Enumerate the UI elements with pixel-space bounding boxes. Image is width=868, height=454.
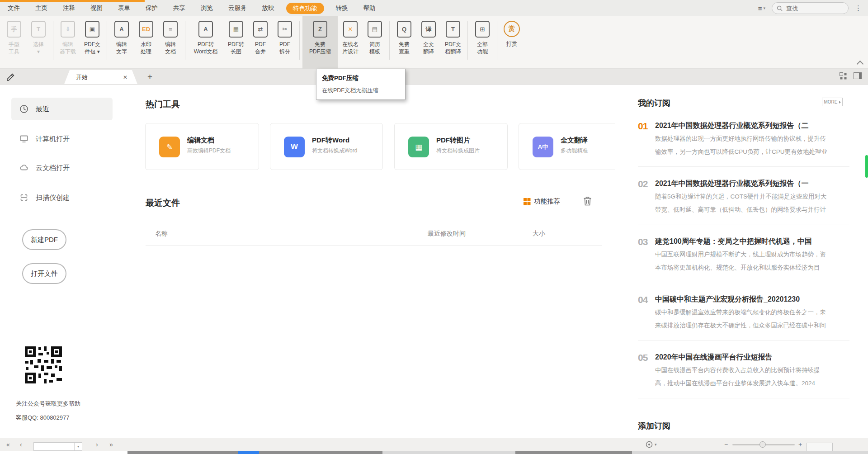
side-panel-toggle-icon[interactable] <box>854 72 862 79</box>
collapse-ribbon-icon[interactable] <box>857 61 864 68</box>
article-05[interactable]: 05 2020年中国在线漫画平台行业短报告 中国在线漫画平台内容付费收入占总收入… <box>638 352 851 402</box>
sidebar-item-recent[interactable]: 最近 <box>11 98 113 120</box>
ribbon-label: 片设计 <box>342 48 359 55</box>
annotate-mode-button[interactable] <box>5 71 15 81</box>
ribbon-button-edit-doc[interactable]: ≡ 编辑 文档 <box>159 16 182 69</box>
article-title: 2020年中国在线漫画平台行业短报告 <box>655 353 851 362</box>
menu-share[interactable]: 共享 <box>165 0 193 16</box>
taskbar-segment <box>382 450 515 454</box>
ribbon-label: PDF <box>255 41 266 48</box>
ribbon-button-pdf-package[interactable]: ▣ PDF文 件包 ▾ <box>80 16 104 69</box>
card-title: PDF转Word <box>312 136 349 145</box>
menu-help[interactable]: 帮助 <box>356 0 383 16</box>
ribbon-label: 器下载 <box>60 48 76 55</box>
full-translate-icon: 译 <box>421 21 436 38</box>
last-page-button[interactable]: » <box>109 438 113 451</box>
more-menu-icon[interactable]: ⋮ <box>855 4 862 12</box>
first-page-button[interactable]: « <box>6 438 10 451</box>
ribbon-button-hand-tool[interactable]: 手 手型 工具 <box>2 16 26 69</box>
ribbon-label: 在线名 <box>342 41 359 48</box>
page-number-box[interactable]: ▾ <box>33 440 82 453</box>
zoom-percent-box[interactable] <box>807 440 833 453</box>
tool-card-pdf-to-image[interactable]: ▦ PDF转图片 将文档转换成图片 <box>394 123 508 170</box>
column-header-size: 大小 <box>533 230 545 238</box>
new-pdf-button[interactable]: 新建PDF <box>22 229 66 250</box>
ribbon-button-pdf-to-word[interactable]: A PDF转 Word文档 <box>188 16 223 69</box>
tool-card-translate[interactable]: A中 全文翻译 多功能精准 <box>519 123 615 170</box>
ribbon-button-card-design[interactable]: ✕ 在线名 片设计 <box>339 16 362 69</box>
tab-close-icon[interactable]: ✕ <box>123 74 127 80</box>
sidebar-item-scanner-create[interactable]: 扫描仪创建 <box>11 186 113 209</box>
article-02[interactable]: 02 2021年中国数据处理器行业概览系列短报告（一 随着5G和边缘计算的兴起，… <box>638 178 851 228</box>
chevron-down-icon: ▾ <box>763 6 765 10</box>
ribbon-label: PDF文 <box>445 41 461 48</box>
ribbon-button-select[interactable]: T 选择 ▾ <box>27 16 50 69</box>
scrollbar-thumb[interactable] <box>865 155 868 178</box>
tab-start[interactable]: 开始 ✕ <box>64 70 137 84</box>
menu-form[interactable]: 表单 <box>110 0 138 16</box>
ribbon-button-full-translate[interactable]: 译 全文 翻译 <box>417 16 440 69</box>
sidebar-item-open-computer[interactable]: 计算机打开 <box>11 128 113 150</box>
next-page-button[interactable]: › <box>96 438 98 451</box>
article-desc: 随着5G和边缘计算的兴起，COTS硬件并不能满足这些应用对大 <box>655 193 850 201</box>
new-tab-button[interactable]: + <box>147 70 152 84</box>
article-title: 建党100周年专题：变局之中把握时代机遇，中国 <box>655 237 851 246</box>
tool-card-edit-doc[interactable]: ✎ 编辑文档 高效编辑PDF文档 <box>145 123 259 170</box>
zoom-slider[interactable] <box>732 438 795 451</box>
menu-featured[interactable]: 特色功能 <box>286 3 324 14</box>
feature-grid-icon <box>524 198 530 205</box>
sidebar-item-open-cloud[interactable]: 云文档打开 <box>11 156 113 179</box>
zoom-in-button[interactable]: + <box>798 438 802 451</box>
ribbon-button-doc-translate[interactable]: T PDF文 档翻译 <box>441 16 465 69</box>
search-input[interactable] <box>785 5 839 12</box>
advanced-find-button[interactable]: ≡ ▾ <box>758 5 765 12</box>
ribbon-label: Word文档 <box>194 48 217 55</box>
ribbon-button-pdf-to-long-image[interactable]: ▦ PDF转 长图 <box>224 16 248 69</box>
ribbon-label: 工具 <box>9 48 19 55</box>
doc-translate-icon: T <box>446 21 460 38</box>
divider <box>638 340 849 340</box>
feature-recommend-toggle[interactable]: 功能推荐 <box>524 197 560 206</box>
more-button[interactable]: MORE <box>822 98 843 106</box>
tool-card-pdf-to-word[interactable]: W PDF转Word 将文档转换成Word <box>270 123 383 170</box>
menu-cloud[interactable]: 云服务 <box>221 0 255 16</box>
article-03[interactable]: 03 建党100周年专题：变局之中把握时代机遇，中国 中国互联网理财用户规模不断… <box>638 236 851 286</box>
menu-comment[interactable]: 注释 <box>55 0 83 16</box>
ribbon-button-reward[interactable]: 赏 打赏 <box>500 16 524 69</box>
article-01[interactable]: 01 2021年中国数据处理器行业概览系列短报告（二 数据处理器的出现一方面更好… <box>638 120 851 170</box>
eye-icon <box>646 441 653 448</box>
menu-home[interactable]: 主页 <box>28 0 55 16</box>
menu-convert[interactable]: 转换 <box>328 0 356 16</box>
monitor-icon <box>19 134 28 143</box>
article-04[interactable]: 04 中国碳中和主题产业宏观分析报告_20201230 碳中和是缓解温室效应带来… <box>638 294 851 344</box>
menu-view[interactable]: 视图 <box>83 0 110 16</box>
menu-protect[interactable]: 保护 <box>138 0 165 16</box>
feature-recommend-label: 功能推荐 <box>534 197 560 206</box>
chevron-down-icon[interactable]: ▾ <box>74 443 82 450</box>
find-in-doc-icon: ≡ <box>758 5 762 12</box>
prev-page-button[interactable]: ‹ <box>20 438 22 451</box>
ribbon-button-pdf-merge[interactable]: ⇄ PDF 合并 <box>249 16 272 69</box>
edit-text-icon: A <box>114 21 129 38</box>
slider-thumb[interactable] <box>760 441 766 448</box>
ribbon-button-resume-template[interactable]: ▤ 简历 模板 <box>363 16 387 69</box>
search-box[interactable] <box>772 2 849 14</box>
ribbon-button-all-features[interactable]: ⊞ 全部 功能 <box>471 16 494 69</box>
ribbon-button-pdf-split[interactable]: ✂ PDF 拆分 <box>273 16 297 69</box>
tooltip-title: 免费PDF压缩 <box>322 74 400 82</box>
menu-slideshow[interactable]: 放映 <box>255 0 282 16</box>
ribbon-button-edit-text[interactable]: A 编辑 文字 <box>110 16 133 69</box>
ribbon-button-editor-download[interactable]: ⇩ 编辑 器下载 <box>56 16 80 69</box>
zoom-out-button[interactable]: − <box>724 438 728 451</box>
menu-browse[interactable]: 浏览 <box>193 0 221 16</box>
trash-icon[interactable] <box>583 196 592 206</box>
ribbon-button-pdf-compress[interactable]: Z 免费 PDF压缩 <box>302 16 338 69</box>
ribbon-button-plagiarism-check[interactable]: Q 免费 查重 <box>392 16 416 69</box>
menu-file[interactable]: 文件 <box>0 0 28 16</box>
open-file-button[interactable]: 打开文件 <box>22 263 66 284</box>
thumbnail-view-icon[interactable] <box>840 72 846 79</box>
view-mode-button[interactable]: ▾ <box>646 438 657 451</box>
ribbon-button-watermark[interactable]: ED 水印 处理 <box>134 16 158 69</box>
ribbon-label: 文字 <box>116 48 127 55</box>
tooltip-desc: 在线PDF文档无损压缩 <box>322 87 400 95</box>
